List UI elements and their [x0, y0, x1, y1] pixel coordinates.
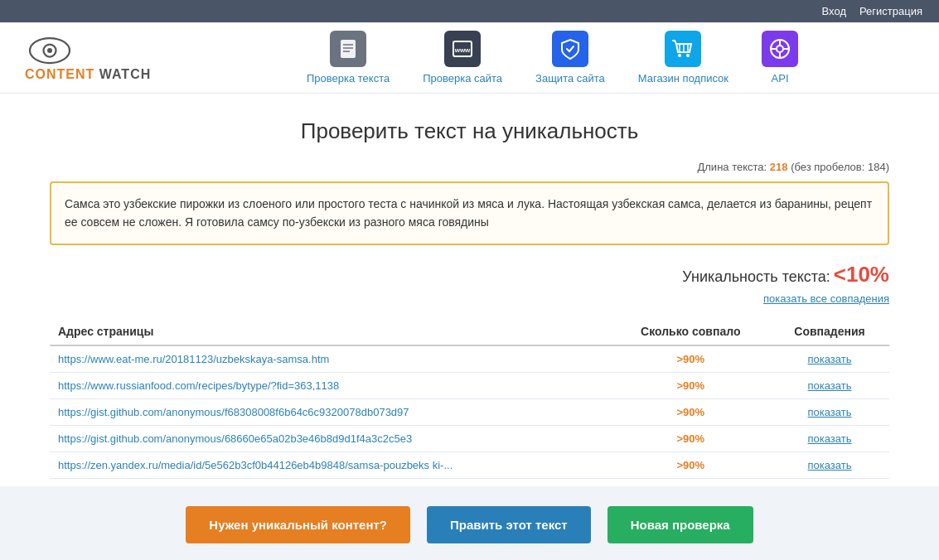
- show-matches-link[interactable]: показать: [808, 353, 852, 365]
- table-row: https://zen.yandex.ru/media/id/5e562b3cf…: [50, 451, 889, 478]
- top-bar: Вход Регистрация: [0, 0, 939, 22]
- svg-point-10: [686, 54, 690, 57]
- logo-text: CONTENT WATCH: [25, 67, 151, 82]
- edit-text-button[interactable]: Править этот текст: [427, 506, 591, 543]
- result-url[interactable]: https://www.russianfood.com/recipes/byty…: [58, 379, 339, 392]
- shop-icon: [665, 31, 701, 67]
- new-check-button[interactable]: Новая проверка: [607, 506, 753, 543]
- svg-point-2: [47, 48, 52, 53]
- main-nav: Проверка текста www Проверка сайта Защит…: [191, 31, 914, 84]
- show-matches-link[interactable]: показать: [808, 459, 852, 471]
- match-count: >90%: [611, 398, 770, 425]
- check-text-icon: [330, 31, 366, 67]
- table-header-row: Адрес страницы Сколько совпало Совпадени…: [50, 318, 889, 345]
- svg-point-9: [678, 54, 681, 57]
- svg-text:www: www: [454, 46, 471, 54]
- result-url[interactable]: https://gist.github.com/anonymous/f68308…: [58, 406, 409, 418]
- logo: CONTENT WATCH: [25, 34, 157, 82]
- text-length: Длина текста: 218 (без пробелов: 184): [50, 161, 889, 173]
- bottom-bar: Нужен уникальный контент? Править этот т…: [0, 486, 939, 560]
- table-row: https://www.russianfood.com/recipes/byty…: [50, 372, 889, 398]
- table-row: https://gist.github.com/anonymous/68660e…: [50, 425, 889, 451]
- show-all-matches-link[interactable]: показать все совпадения: [50, 292, 889, 305]
- protect-site-icon: [552, 31, 588, 67]
- show-matches-link[interactable]: показать: [808, 432, 852, 445]
- match-count: >90%: [611, 451, 770, 478]
- show-matches-link[interactable]: показать: [808, 379, 852, 392]
- show-matches-link[interactable]: показать: [808, 406, 852, 418]
- svg-point-15: [777, 46, 783, 52]
- check-site-icon: www: [444, 31, 481, 67]
- nav-protect-site[interactable]: Защита сайта: [535, 31, 605, 84]
- col-action: Совпадения: [770, 318, 889, 345]
- uniqueness-section: Уникальность текста: <10%: [50, 262, 889, 287]
- match-count: >90%: [611, 372, 770, 398]
- svg-rect-3: [341, 40, 356, 58]
- nav-check-site[interactable]: www Проверка сайта: [423, 31, 502, 84]
- page-title: Проверить текст на уникальность: [50, 118, 889, 144]
- col-match-count: Сколько совпало: [611, 318, 770, 345]
- login-link[interactable]: Вход: [822, 5, 846, 17]
- table-row: https://gist.github.com/anonymous/f68308…: [50, 398, 889, 425]
- result-url[interactable]: https://zen.yandex.ru/media/id/5e562b3cf…: [58, 459, 453, 471]
- col-url: Адрес страницы: [50, 318, 611, 345]
- api-icon: [762, 31, 798, 67]
- match-count: >90%: [611, 345, 770, 373]
- logo-icon: [25, 34, 75, 67]
- result-url[interactable]: https://gist.github.com/anonymous/68660e…: [58, 432, 412, 445]
- result-url[interactable]: https://www.eat-me.ru/20181123/uzbekskay…: [58, 353, 329, 365]
- text-content: Самса это узбекские пирожки из слоеного …: [50, 181, 889, 245]
- match-count: >90%: [611, 425, 770, 451]
- nav-api[interactable]: API: [762, 31, 798, 84]
- table-row: https://www.eat-me.ru/20181123/uzbekskay…: [50, 345, 889, 373]
- header: CONTENT WATCH Проверка текста www: [0, 22, 939, 94]
- register-link[interactable]: Регистрация: [859, 5, 922, 17]
- nav-shop[interactable]: Магазин подписок: [638, 31, 728, 84]
- nav-check-text[interactable]: Проверка текста: [307, 31, 390, 84]
- unique-content-button[interactable]: Нужен уникальный контент?: [186, 506, 410, 543]
